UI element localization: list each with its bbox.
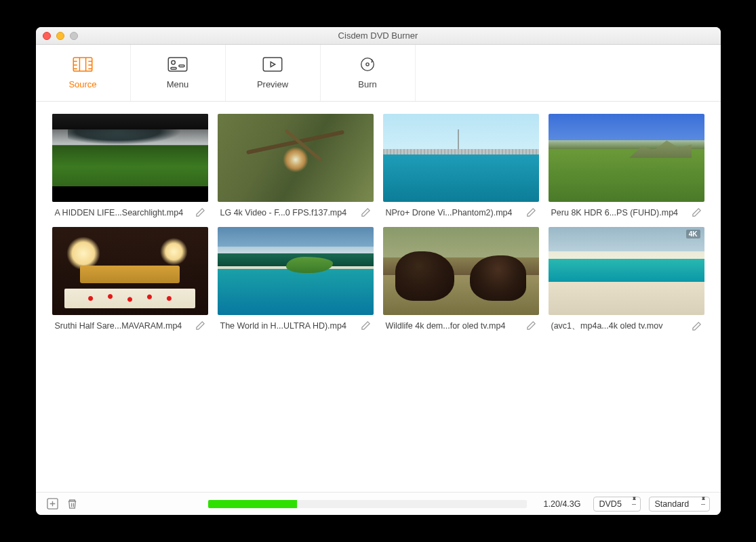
footer-bar: 1.20/4.3G DVD5 ▲▼ Standard ▲▼: [36, 492, 721, 515]
svg-rect-11: [179, 64, 184, 66]
window-title: Cisdem DVD Burner: [36, 30, 721, 41]
content-area: A HIDDEN LIFE...Searchlight.mp4 LG 4k Vi…: [36, 102, 721, 492]
tab-label: Preview: [257, 79, 288, 89]
video-thumbnail[interactable]: [549, 227, 704, 315]
tab-burn[interactable]: Burn: [321, 45, 416, 101]
video-item[interactable]: (avc1、mp4a...4k oled tv.mov: [549, 227, 704, 332]
video-thumbnail[interactable]: [52, 227, 208, 315]
edit-button[interactable]: [361, 207, 374, 217]
svg-point-15: [366, 62, 369, 65]
video-item[interactable]: Wildlife 4k dem...for oled tv.mp4: [383, 227, 539, 332]
quality-select[interactable]: Standard ▲▼: [649, 497, 710, 512]
video-item[interactable]: LG 4k Video - F...0 FPS.f137.mp4: [218, 114, 374, 217]
filmstrip-icon: [73, 57, 93, 74]
progress-bar: [208, 500, 527, 508]
edit-button[interactable]: [361, 320, 374, 331]
disc-burn-icon: [357, 57, 378, 74]
video-item[interactable]: NPro+ Drone Vi...Phantom2).mp4: [383, 114, 539, 217]
edit-button[interactable]: [526, 320, 539, 331]
video-item[interactable]: Sruthi Half Sare...MAVARAM.mp4: [52, 227, 208, 332]
play-preview-icon: [262, 57, 283, 74]
tab-menu[interactable]: Menu: [131, 45, 226, 101]
video-filename: Peru 8K HDR 6...PS (FUHD).mp4: [549, 208, 688, 217]
edit-button[interactable]: [692, 207, 704, 217]
video-thumbnail[interactable]: [218, 114, 374, 202]
size-label: 1.20/4.3G: [544, 499, 581, 509]
capacity-meter: [208, 500, 536, 508]
zoom-window-button[interactable]: [70, 32, 78, 40]
progress-fill: [208, 500, 298, 508]
close-window-button[interactable]: [43, 32, 51, 40]
video-thumbnail[interactable]: [383, 114, 539, 202]
main-tabs: Source Menu Preview: [36, 45, 721, 102]
video-filename: The World in H...ULTRA HD).mp4: [218, 321, 357, 331]
video-thumbnail[interactable]: [549, 114, 704, 202]
quality-value: Standard: [655, 499, 690, 509]
video-thumbnail[interactable]: [383, 227, 539, 315]
video-item[interactable]: A HIDDEN LIFE...Searchlight.mp4: [52, 114, 208, 217]
edit-button[interactable]: [195, 207, 208, 217]
delete-button[interactable]: [66, 498, 78, 509]
tab-preview[interactable]: Preview: [226, 45, 321, 101]
tab-label: Source: [68, 79, 96, 89]
tab-label: Burn: [358, 79, 376, 89]
svg-rect-13: [263, 57, 282, 70]
traffic-lights: [43, 32, 78, 40]
video-filename: A HIDDEN LIFE...Searchlight.mp4: [52, 208, 191, 217]
video-filename: Sruthi Half Sare...MAVARAM.mp4: [52, 321, 191, 331]
video-filename: Wildlife 4k dem...for oled tv.mp4: [383, 321, 522, 331]
edit-button[interactable]: [692, 321, 704, 331]
edit-button[interactable]: [526, 207, 539, 217]
add-button[interactable]: [47, 498, 58, 509]
video-filename: (avc1、mp4a...4k oled tv.mov: [549, 320, 688, 332]
video-thumbnail[interactable]: [52, 114, 208, 202]
disc-type-value: DVD5: [599, 499, 622, 509]
video-grid: A HIDDEN LIFE...Searchlight.mp4 LG 4k Vi…: [52, 114, 704, 332]
disc-type-select[interactable]: DVD5 ▲▼: [593, 497, 641, 512]
video-item[interactable]: The World in H...ULTRA HD).mp4: [218, 227, 374, 332]
svg-point-10: [172, 60, 176, 64]
video-filename: LG 4k Video - F...0 FPS.f137.mp4: [218, 208, 357, 217]
tab-label: Menu: [167, 79, 189, 89]
video-item[interactable]: Peru 8K HDR 6...PS (FUHD).mp4: [549, 114, 704, 217]
menu-template-icon: [167, 57, 188, 74]
video-filename: NPro+ Drone Vi...Phantom2).mp4: [383, 208, 522, 217]
edit-button[interactable]: [195, 320, 208, 331]
svg-rect-12: [171, 67, 176, 69]
tab-source[interactable]: Source: [36, 45, 131, 101]
app-window: Cisdem DVD Burner Source: [36, 27, 721, 515]
video-thumbnail[interactable]: [218, 227, 374, 315]
minimize-window-button[interactable]: [56, 32, 64, 40]
titlebar: Cisdem DVD Burner: [36, 27, 721, 45]
